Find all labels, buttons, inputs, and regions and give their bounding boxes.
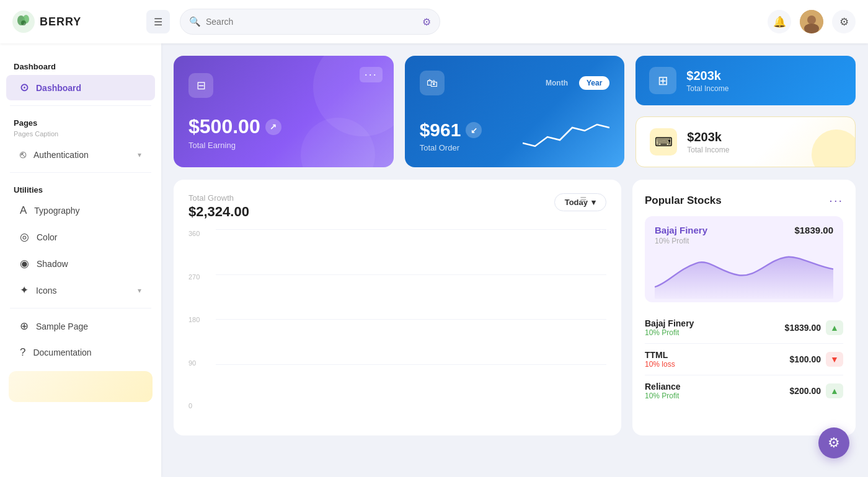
order-wave-chart bbox=[523, 115, 609, 152]
sidebar-item-dashboard[interactable]: ⊙ Dashboard bbox=[6, 75, 155, 100]
income-blue-amount: $203k bbox=[686, 69, 728, 83]
stock-profit-1: 10% Profit bbox=[645, 328, 694, 337]
stock-price-2: $100.00 bbox=[789, 354, 821, 364]
bar-chart-area: 0 90 180 270 360 bbox=[188, 230, 606, 422]
featured-stock-card: Bajaj Finery $1839.00 10% Profit bbox=[645, 216, 843, 302]
earning-amount: $500.00 ↗ bbox=[188, 115, 379, 138]
order-card: 🛍 Month Year $961 ↙ Total Order bbox=[405, 56, 625, 167]
chart-header: Total Growth $2,324.00 Today ▾ bbox=[188, 193, 606, 220]
search-icon: 🔍 bbox=[189, 16, 201, 27]
income-blue-label: Total Income bbox=[686, 84, 728, 93]
notification-button[interactable]: 🔔 bbox=[768, 10, 791, 33]
typography-icon: A bbox=[20, 204, 27, 217]
earning-card: ⊟ ··· $500.00 ↗ Total Earning bbox=[174, 56, 394, 167]
stock-name-3: Reliance bbox=[645, 382, 681, 392]
docs-icon: ? bbox=[20, 346, 25, 359]
income-yellow-card: ⌨ $203k Total Income bbox=[636, 116, 856, 167]
stock-right-1: $1839.00 ▲ bbox=[785, 320, 843, 335]
avatar[interactable] bbox=[800, 10, 823, 33]
income-yellow-label: Total Income bbox=[687, 146, 729, 154]
y-label-270: 270 bbox=[188, 273, 200, 281]
order-tab-group: Month Year bbox=[538, 76, 609, 90]
sidebar-docs-label: Documentation bbox=[33, 348, 91, 357]
main-layout: Dashboard ⊙ Dashboard Pages Pages Captio… bbox=[0, 43, 868, 477]
income-yellow-icon: ⌨ bbox=[650, 128, 677, 155]
tab-year[interactable]: Year bbox=[579, 76, 609, 90]
sidebar-item-typography[interactable]: A Typography bbox=[6, 198, 155, 223]
topbar-right: 🔔 ⚙ bbox=[768, 10, 856, 33]
logo-area: BERRY bbox=[12, 11, 136, 33]
sidebar-auth-label: Authentication bbox=[33, 150, 89, 160]
sidebar-color-label: Color bbox=[37, 232, 57, 242]
sidebar-bottom-bar bbox=[9, 371, 153, 402]
chart-card: Total Growth $2,324.00 Today ▾ ≡ 0 90 18… bbox=[174, 180, 621, 435]
pages-section-label: Pages bbox=[0, 111, 161, 130]
sidebar-item-authentication[interactable]: ⎋ Authentication ▾ bbox=[6, 142, 155, 167]
search-input[interactable] bbox=[206, 17, 417, 27]
app-name: BERRY bbox=[40, 15, 81, 28]
keyboard-icon: ⌨ bbox=[655, 134, 673, 149]
chart-amount: $2,324.00 bbox=[188, 204, 249, 220]
avatar-image bbox=[800, 10, 823, 33]
sidebar-divider-1 bbox=[10, 105, 151, 106]
stocks-card: Popular Stocks ··· Bajaj Finery $1839.00… bbox=[632, 180, 856, 435]
svg-point-5 bbox=[807, 15, 816, 24]
featured-stock-price: $1839.00 bbox=[794, 225, 833, 235]
y-axis: 0 90 180 270 360 bbox=[188, 230, 200, 409]
shadow-icon: ◉ bbox=[20, 257, 29, 270]
income-blue-text: $203k Total Income bbox=[686, 69, 728, 93]
stock-name-1: Bajaj Finery bbox=[645, 318, 694, 328]
featured-stock-header: Bajaj Finery $1839.00 bbox=[655, 225, 833, 235]
sidebar-dashboard-label: Dashboard bbox=[36, 83, 81, 93]
order-card-content: $961 ↙ Total Order bbox=[420, 115, 610, 152]
order-arrow-icon: ↙ bbox=[466, 122, 482, 138]
earning-card-icon: ⊟ bbox=[188, 73, 213, 98]
bag-icon: 🛍 bbox=[427, 77, 438, 90]
chart-title: Total Growth bbox=[188, 193, 249, 203]
right-cards: ⊞ $203k Total Income ⌨ $203k Total Incom… bbox=[636, 56, 856, 167]
order-card-icon: 🛍 bbox=[420, 71, 445, 95]
content-area: ⊟ ··· $500.00 ↗ Total Earning 🛍 bbox=[161, 43, 868, 477]
stock-price-3: $200.00 bbox=[789, 386, 821, 396]
icons-icon: ✦ bbox=[20, 284, 29, 297]
stocks-more-button[interactable]: ··· bbox=[829, 193, 843, 208]
sidebar-typography-label: Typography bbox=[34, 206, 79, 216]
sidebar-item-docs[interactable]: ? Documentation bbox=[6, 340, 155, 365]
bell-icon: 🔔 bbox=[773, 15, 786, 28]
earning-more-button[interactable]: ··· bbox=[360, 67, 383, 82]
tab-month[interactable]: Month bbox=[538, 76, 575, 90]
chevron-down-icon: ▾ bbox=[138, 151, 141, 159]
utilities-section-label: Utilities bbox=[0, 178, 161, 197]
stock-profit-3: 10% Profit bbox=[645, 392, 681, 400]
stock-list-item-1: Bajaj Finery 10% Profit $1839.00 ▲ bbox=[645, 312, 843, 344]
svg-point-6 bbox=[804, 24, 819, 33]
sidebar-icons-label: Icons bbox=[36, 286, 56, 295]
color-icon: ◎ bbox=[20, 230, 29, 243]
sidebar-item-sample[interactable]: ⊕ Sample Page bbox=[6, 313, 155, 339]
sidebar-item-color[interactable]: ◎ Color bbox=[6, 224, 155, 250]
fab-button[interactable]: ⚙ bbox=[818, 427, 849, 458]
settings-button[interactable]: ⚙ bbox=[832, 10, 856, 33]
stock-price-1: $1839.00 bbox=[785, 323, 821, 333]
stocks-title: Popular Stocks bbox=[645, 195, 722, 207]
order-card-top: 🛍 Month Year bbox=[420, 71, 610, 95]
featured-stock-profit: 10% Profit bbox=[655, 237, 833, 245]
filter-button[interactable]: ⚙ bbox=[422, 16, 431, 28]
earning-arrow-icon: ↗ bbox=[265, 119, 281, 135]
topbar: BERRY ☰ 🔍 ⚙ 🔔 ⚙ bbox=[0, 0, 868, 43]
income-yellow-amount: $203k bbox=[687, 130, 729, 144]
stock-list-item-3: Reliance 10% Profit $200.00 ▲ bbox=[645, 375, 843, 406]
sidebar: Dashboard ⊙ Dashboard Pages Pages Captio… bbox=[0, 43, 161, 477]
fab-icon: ⚙ bbox=[828, 435, 840, 451]
auth-icon: ⎋ bbox=[20, 149, 26, 161]
sidebar-item-icons[interactable]: ✦ Icons ▾ bbox=[6, 278, 155, 303]
filter-icon: ⚙ bbox=[422, 16, 431, 28]
gear-icon: ⚙ bbox=[839, 15, 849, 28]
sidebar-item-shadow[interactable]: ◉ Shadow bbox=[6, 251, 155, 276]
stock-right-3: $200.00 ▲ bbox=[789, 383, 843, 398]
hamburger-button[interactable]: ☰ bbox=[146, 10, 170, 33]
chart-menu-button[interactable]: ≡ bbox=[580, 193, 587, 206]
pages-caption: Pages Caption bbox=[0, 130, 161, 141]
featured-stock-name: Bajaj Finery bbox=[655, 225, 707, 235]
sidebar-divider-2 bbox=[10, 172, 151, 173]
